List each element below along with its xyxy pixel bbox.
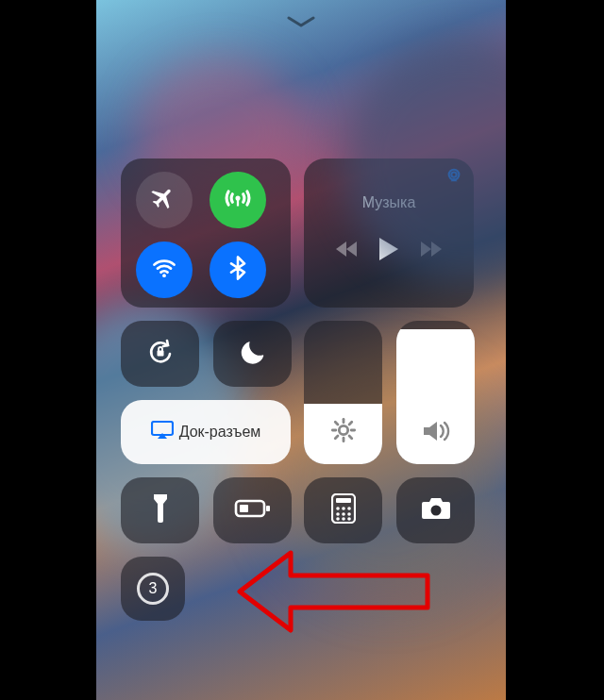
screen-mirroring-tile[interactable]: Док-разъем [121,400,291,464]
play-button[interactable] [379,238,398,260]
airplane-icon [151,185,177,215]
volume-slider[interactable] [396,321,475,464]
svg-point-2 [162,274,166,277]
annotation-arrow [234,547,432,636]
svg-point-7 [339,425,347,434]
battery-icon [234,497,272,524]
svg-rect-5 [157,351,163,357]
flashlight-icon [151,492,170,528]
low-power-mode-button[interactable] [213,477,292,543]
svg-point-29 [347,517,351,521]
screen-record-button[interactable]: 3 [121,557,185,621]
svg-line-13 [349,436,352,439]
svg-point-25 [342,512,345,516]
screen-mirroring-label: Док-разъем [179,424,261,441]
airplane-mode-toggle[interactable] [136,172,193,228]
calculator-button[interactable] [304,477,382,543]
orientation-lock-icon [145,337,176,371]
control-center-screen: Музыка [96,0,506,700]
connectivity-group[interactable] [121,158,291,308]
svg-rect-17 [266,506,270,511]
airplay-video-icon [151,421,174,443]
dismiss-chevron-icon[interactable] [286,15,316,28]
flashlight-button[interactable] [121,477,199,543]
svg-point-26 [347,512,351,516]
svg-line-15 [349,422,352,425]
media-playback-tile[interactable]: Музыка [304,158,474,308]
svg-rect-1 [237,198,239,207]
svg-point-3 [449,170,460,180]
volume-icon [422,419,450,447]
svg-rect-6 [152,422,173,435]
svg-rect-20 [336,498,351,503]
svg-point-22 [342,507,345,510]
cellular-data-toggle[interactable] [210,172,266,228]
do-not-disturb-toggle[interactable] [213,321,292,387]
moon-icon [238,337,268,371]
svg-point-23 [347,507,351,510]
svg-point-30 [430,506,441,516]
bluetooth-toggle[interactable] [210,242,266,298]
brightness-icon [330,417,357,447]
svg-point-21 [336,507,340,510]
next-track-button[interactable] [421,242,442,257]
previous-track-button[interactable] [336,242,357,257]
bluetooth-icon [225,255,251,285]
svg-line-12 [335,422,338,425]
calculator-icon [331,493,356,527]
svg-rect-18 [240,505,248,512]
svg-line-14 [335,436,338,439]
svg-point-4 [451,172,456,176]
media-title: Музыка [317,194,461,211]
wifi-icon [151,255,177,285]
camera-icon [420,496,452,525]
orientation-lock-toggle[interactable] [121,321,199,387]
svg-point-27 [336,517,340,521]
brightness-slider[interactable] [304,321,382,464]
airplay-audio-icon [445,168,462,187]
svg-point-28 [342,517,345,521]
screen-record-icon: 3 [137,573,169,605]
record-countdown-label: 3 [149,580,158,597]
svg-point-24 [336,512,340,516]
wifi-toggle[interactable] [136,242,193,298]
cellular-icon [222,182,254,218]
camera-button[interactable] [396,477,475,543]
